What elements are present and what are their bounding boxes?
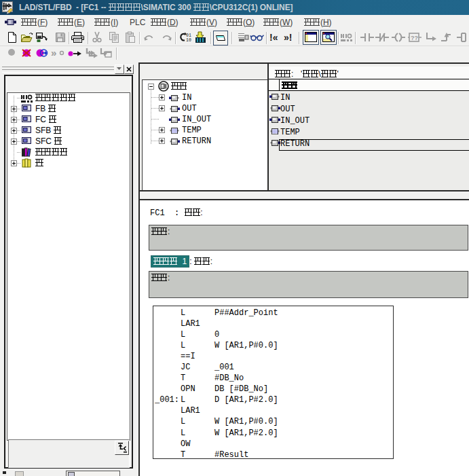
- svg-text:»!: »!: [284, 32, 292, 43]
- svg-text:!«: !«: [269, 32, 278, 43]
- svg-text:»: »: [51, 47, 56, 58]
- svg-text:??: ??: [411, 35, 418, 41]
- svg-text:10: 10: [186, 38, 191, 43]
